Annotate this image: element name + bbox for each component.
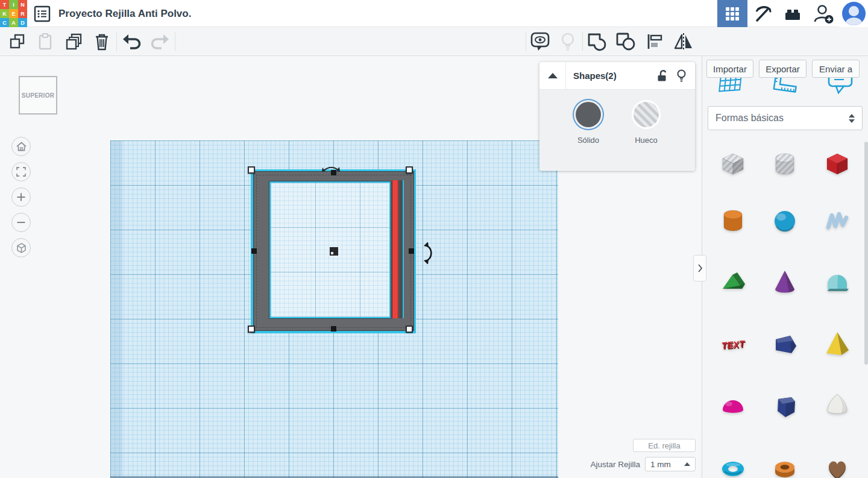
delete-button[interactable] — [89, 27, 115, 56]
brick-icon — [783, 5, 802, 23]
shape-cilindro[interactable] — [715, 203, 751, 239]
perspective-toggle-button[interactable] — [11, 238, 31, 257]
scale-handle-bottom-left[interactable] — [248, 325, 255, 333]
shape-corazon[interactable] — [819, 450, 855, 478]
zoom-out-button[interactable] — [11, 213, 31, 232]
trash-icon — [93, 33, 110, 51]
import-button[interactable]: Importar — [706, 60, 753, 78]
shape-cilindro-hueco[interactable] — [767, 146, 803, 182]
pickaxe-icon — [753, 4, 772, 24]
design-properties-button[interactable] — [33, 5, 51, 23]
logo-tile: A — [9, 18, 18, 27]
material-label: Sólido — [561, 136, 615, 145]
home-icon — [16, 141, 27, 152]
rotate-arrow-icon — [423, 242, 438, 264]
send-to-button[interactable]: Enviar a — [812, 60, 860, 78]
logo-tile: D — [18, 18, 27, 27]
align-button[interactable] — [641, 27, 668, 56]
shape-techo[interactable] — [715, 263, 751, 300]
bulb-icon — [560, 32, 576, 51]
duplicate-button[interactable] — [60, 27, 87, 56]
show-all-button[interactable] — [527, 27, 553, 56]
corazon-icon — [823, 453, 852, 478]
shape-caja-hueca[interactable] — [715, 146, 751, 182]
logo-tile: N — [18, 0, 27, 9]
share-invite-button[interactable] — [808, 0, 839, 27]
shape-cono[interactable] — [767, 263, 803, 300]
scale-handle-bottom-right[interactable] — [406, 325, 413, 333]
chevron-right-icon — [697, 264, 703, 272]
scale-handle-left[interactable] — [251, 248, 257, 254]
shape-garabato[interactable] — [819, 203, 855, 239]
undo-icon — [122, 33, 142, 50]
scale-handle-bottom[interactable] — [331, 326, 336, 332]
ungroup-button[interactable] — [612, 27, 639, 56]
sidebar-scrollbar[interactable] — [864, 142, 868, 365]
group-button[interactable] — [583, 27, 610, 56]
zoom-in-button[interactable] — [11, 187, 31, 207]
piramide-icon — [823, 329, 852, 358]
material-option-solido[interactable]: Sólido — [561, 99, 615, 145]
logo-tile: E — [9, 9, 18, 18]
rotate-handle-top[interactable] — [321, 163, 341, 174]
avatar — [842, 2, 866, 25]
export-button[interactable]: Exportar — [759, 60, 807, 78]
align-icon — [646, 33, 664, 51]
view-cube[interactable]: SUPERIOR — [19, 76, 57, 115]
minecraft-export-button[interactable] — [747, 0, 778, 27]
shape-media-esfera[interactable] — [715, 388, 751, 424]
scale-handle-top-left[interactable] — [248, 166, 255, 174]
snap-grid-label: Ajustar Rejilla — [555, 460, 640, 469]
mirror-button[interactable] — [670, 27, 697, 56]
shape-paraboloide[interactable] — [819, 388, 855, 424]
shape-prisma-hexagonal[interactable] — [767, 388, 803, 424]
shape-texto[interactable]: TEXTTEXT — [715, 325, 751, 362]
apps-grid-icon — [726, 7, 739, 20]
undo-button[interactable] — [119, 27, 145, 56]
shape-poligono[interactable] — [767, 325, 803, 362]
poligono-icon — [770, 329, 799, 358]
shape-library-sidebar: Formas básicas TEXTTEXT — [702, 56, 868, 478]
cilindro-hueco-icon — [770, 149, 799, 178]
tinker-hint-button[interactable] — [555, 27, 581, 56]
ortho-cube-icon — [16, 242, 27, 254]
unlock-icon — [656, 69, 668, 82]
apps-menu-button[interactable] — [717, 0, 747, 27]
person-add-icon — [813, 4, 834, 24]
brick-export-button[interactable] — [778, 0, 808, 27]
account-avatar[interactable] — [839, 0, 868, 27]
properties-list-icon — [34, 5, 51, 22]
copy-button[interactable] — [5, 27, 30, 56]
material-option-hueco[interactable]: Hueco — [619, 99, 673, 145]
shape-piramide[interactable] — [819, 325, 855, 362]
toolbar-separator — [582, 32, 583, 51]
tinkercad-logo[interactable]: TINKERCAD — [0, 0, 27, 27]
rotate-handle[interactable] — [423, 242, 438, 266]
toolbar-separator — [526, 32, 526, 51]
shape-tubo[interactable] — [767, 450, 803, 478]
fit-view-button[interactable] — [11, 162, 31, 181]
scale-handle-right[interactable] — [409, 248, 414, 254]
scale-handle-top-right[interactable] — [406, 166, 413, 174]
redo-button[interactable] — [147, 27, 172, 56]
shape-techo-redondo[interactable] — [819, 263, 855, 300]
edit-grid-button[interactable]: Ed. rejilla — [633, 439, 696, 452]
techo-icon — [719, 267, 747, 296]
hide-shape-button[interactable] — [676, 69, 687, 82]
shape-category-dropdown[interactable]: Formas básicas — [708, 106, 863, 130]
group-icon — [587, 32, 607, 51]
shape-esfera[interactable] — [767, 203, 803, 239]
page-title[interactable]: Proyecto Rejilla Anti Polvo. — [58, 0, 191, 27]
collapse-panel-button[interactable] — [539, 62, 566, 90]
sidebar-collapse-tab[interactable] — [693, 255, 706, 281]
move-handle-center[interactable] — [330, 247, 338, 256]
shape-caja[interactable] — [819, 146, 855, 182]
home-view-button[interactable] — [11, 137, 31, 156]
paste-button[interactable] — [33, 27, 58, 56]
caja-hueca-icon — [719, 149, 747, 178]
lock-button[interactable] — [656, 69, 668, 82]
snap-grid-select[interactable]: 1 mm — [645, 457, 696, 471]
chevron-up-icon — [684, 462, 690, 466]
shape-toroide[interactable] — [715, 450, 751, 478]
material-swatch — [576, 102, 601, 127]
